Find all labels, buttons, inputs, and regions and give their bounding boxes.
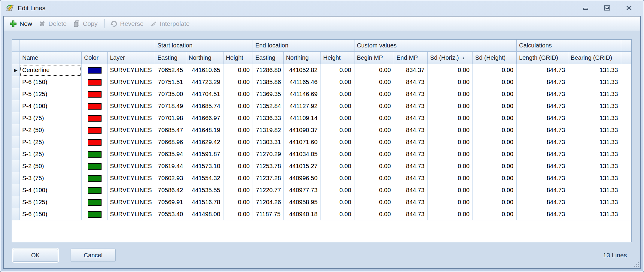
cell-color[interactable] (82, 208, 108, 220)
cell-name[interactable]: P-6 (150) (20, 76, 82, 88)
column-header-end-height[interactable]: Height (321, 52, 354, 64)
cell-end-easting[interactable]: 71237.28 (253, 172, 284, 184)
cell-start-northing[interactable]: 441554.32 (186, 172, 223, 184)
column-header-start-height[interactable]: Height (223, 52, 253, 64)
cell-end-height[interactable]: 0.00 (321, 172, 354, 184)
cell-end-height[interactable]: 0.00 (321, 64, 354, 76)
cell-start-height[interactable]: 0.00 (223, 160, 253, 172)
column-header-color[interactable]: Color (82, 52, 108, 64)
cell-end-northing[interactable]: 441034.05 (284, 148, 321, 160)
cell-start-height[interactable]: 0.00 (223, 148, 253, 160)
cell-start-easting[interactable]: 70652.45 (155, 64, 186, 76)
cell-start-easting[interactable]: 70668.96 (155, 136, 186, 148)
resize-grip[interactable] (634, 262, 639, 267)
cell-length-grid[interactable]: 844.73 (517, 136, 568, 148)
cell-sd-height[interactable]: 0.00 (473, 160, 517, 172)
cell-length-grid[interactable]: 844.73 (517, 196, 568, 208)
cell-start-northing[interactable]: 441704.51 (186, 88, 223, 100)
cell-end-mp[interactable]: 834.37 (394, 64, 428, 76)
cell-sd-height[interactable]: 0.00 (473, 148, 517, 160)
cell-color[interactable] (82, 160, 108, 172)
cell-end-height[interactable]: 0.00 (321, 100, 354, 112)
cell-end-height[interactable]: 0.00 (321, 160, 354, 172)
row-selector[interactable] (12, 100, 20, 112)
cell-begin-mp[interactable]: 0.00 (354, 64, 394, 76)
new-button[interactable]: New (7, 18, 36, 29)
cell-start-height[interactable]: 0.00 (223, 196, 253, 208)
cell-bearing-grid[interactable]: 131.33 (568, 112, 621, 124)
cell-name[interactable]: P-3 (75) (20, 112, 82, 124)
cell-layer[interactable]: SURVEYLINES (108, 160, 155, 172)
cell-end-easting[interactable]: 71303.31 (253, 136, 284, 148)
cell-end-northing[interactable]: 440940.18 (284, 208, 321, 220)
column-header-start-easting[interactable]: Easting (155, 52, 186, 64)
cell-start-height[interactable]: 0.00 (223, 100, 253, 112)
cell-length-grid[interactable]: 844.73 (517, 172, 568, 184)
column-header-end-mp[interactable]: End MP (394, 52, 428, 64)
row-selector[interactable] (12, 112, 20, 124)
cell-bearing-grid[interactable]: 131.33 (568, 196, 621, 208)
interpolate-button[interactable]: Interpolate (147, 18, 193, 29)
cell-start-height[interactable]: 0.00 (223, 124, 253, 136)
cell-end-northing[interactable]: 441090.37 (284, 124, 321, 136)
cell-sd-horiz[interactable]: 0.00 (428, 136, 473, 148)
cell-sd-height[interactable]: 0.00 (473, 136, 517, 148)
cell-end-height[interactable]: 0.00 (321, 184, 354, 196)
close-icon[interactable] (625, 5, 633, 11)
cell-start-easting[interactable]: 70619.44 (155, 160, 186, 172)
cell-end-height[interactable]: 0.00 (321, 208, 354, 220)
cell-begin-mp[interactable]: 0.00 (354, 112, 394, 124)
cell-end-mp[interactable]: 844.73 (394, 88, 428, 100)
cell-start-height[interactable]: 0.00 (223, 88, 253, 100)
cell-sd-height[interactable]: 0.00 (473, 172, 517, 184)
cell-layer[interactable]: SURVEYLINES (108, 88, 155, 100)
cell-end-mp[interactable]: 844.73 (394, 184, 428, 196)
cell-start-easting[interactable]: 70569.91 (155, 196, 186, 208)
cell-start-northing[interactable]: 441573.10 (186, 160, 223, 172)
cell-sd-horiz[interactable]: 0.00 (428, 76, 473, 88)
cell-end-mp[interactable]: 844.73 (394, 172, 428, 184)
cell-color[interactable] (82, 76, 108, 88)
column-header-start-northing[interactable]: Northing (186, 52, 223, 64)
cell-start-height[interactable]: 0.00 (223, 76, 253, 88)
cell-sd-height[interactable]: 0.00 (473, 184, 517, 196)
cell-start-northing[interactable]: 441629.42 (186, 136, 223, 148)
cell-layer[interactable]: SURVEYLINES (108, 172, 155, 184)
cell-color[interactable] (82, 64, 108, 76)
cell-start-height[interactable]: 0.00 (223, 112, 253, 124)
cell-begin-mp[interactable]: 0.00 (354, 172, 394, 184)
cell-start-easting[interactable]: 70602.93 (155, 172, 186, 184)
cell-length-grid[interactable]: 844.73 (517, 76, 568, 88)
cell-sd-horiz[interactable]: 0.00 (428, 196, 473, 208)
cell-end-easting[interactable]: 71220.77 (253, 184, 284, 196)
cell-start-height[interactable]: 0.00 (223, 172, 253, 184)
cell-end-northing[interactable]: 440996.50 (284, 172, 321, 184)
cell-name[interactable]: S-1 (25) (20, 148, 82, 160)
row-selector[interactable] (12, 160, 20, 172)
column-header-begin-mp[interactable]: Begin MP (354, 52, 394, 64)
cell-end-easting[interactable]: 71286.80 (253, 64, 284, 76)
cell-sd-horiz[interactable]: 0.00 (428, 184, 473, 196)
cell-start-northing[interactable]: 441685.74 (186, 100, 223, 112)
cell-name[interactable]: P-2 (50) (20, 124, 82, 136)
cell-layer[interactable]: SURVEYLINES (108, 112, 155, 124)
cell-end-easting[interactable]: 71319.82 (253, 124, 284, 136)
cell-start-northing[interactable]: 441648.19 (186, 124, 223, 136)
cell-layer[interactable]: SURVEYLINES (108, 64, 155, 76)
cell-end-mp[interactable]: 844.73 (394, 136, 428, 148)
cell-length-grid[interactable]: 844.73 (517, 124, 568, 136)
cell-end-mp[interactable]: 844.73 (394, 76, 428, 88)
minimize-icon[interactable] (582, 5, 590, 11)
cell-length-grid[interactable]: 844.73 (517, 112, 568, 124)
cell-start-easting[interactable]: 70718.49 (155, 100, 186, 112)
row-selector[interactable] (12, 184, 20, 196)
row-selector[interactable] (12, 172, 20, 184)
cell-end-northing[interactable]: 440977.73 (284, 184, 321, 196)
column-header-layer[interactable]: Layer (108, 52, 155, 64)
cell-name[interactable]: S-6 (150) (20, 208, 82, 220)
cell-start-easting[interactable]: 70751.51 (155, 76, 186, 88)
cell-end-mp[interactable]: 844.73 (394, 208, 428, 220)
cancel-button[interactable]: Cancel (71, 249, 116, 262)
cell-name[interactable]: S-5 (125) (20, 196, 82, 208)
cell-color[interactable] (82, 184, 108, 196)
